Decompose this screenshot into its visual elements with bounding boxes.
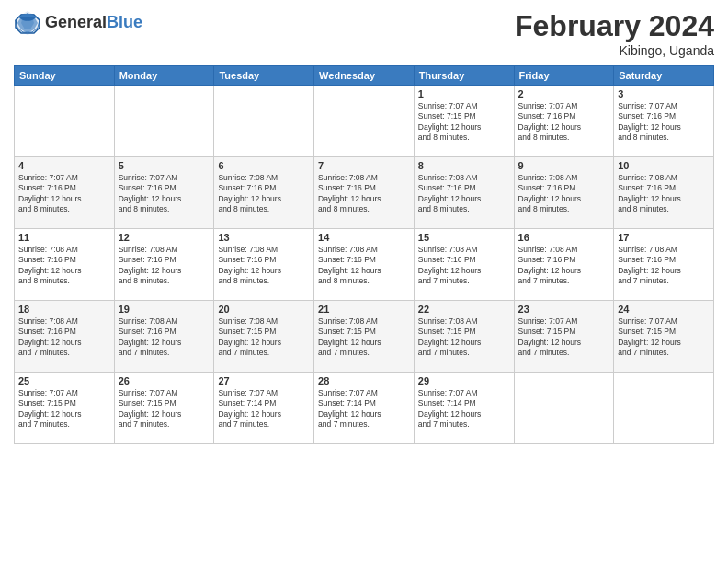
day-info: Sunrise: 7:08 AMSunset: 7:15 PMDaylight:…	[418, 316, 510, 359]
calendar-cell: 28Sunrise: 7:07 AMSunset: 7:14 PMDayligh…	[314, 373, 415, 444]
day-info: Sunrise: 7:08 AMSunset: 7:16 PMDaylight:…	[518, 173, 610, 215]
week-row-3: 11Sunrise: 7:08 AMSunset: 7:16 PMDayligh…	[15, 229, 714, 301]
calendar-cell	[15, 86, 115, 157]
calendar-cell: 20Sunrise: 7:08 AMSunset: 7:15 PMDayligh…	[214, 301, 314, 373]
col-wednesday: Wednesday	[314, 66, 415, 86]
col-sunday: Sunday	[15, 66, 115, 86]
day-info: Sunrise: 7:07 AMSunset: 7:14 PMDaylight:…	[418, 388, 510, 431]
calendar-cell	[114, 86, 214, 157]
day-info: Sunrise: 7:08 AMSunset: 7:16 PMDaylight:…	[119, 316, 210, 359]
day-info: Sunrise: 7:07 AMSunset: 7:15 PMDaylight:…	[418, 101, 510, 144]
calendar-cell: 10Sunrise: 7:08 AMSunset: 7:16 PMDayligh…	[614, 157, 714, 229]
col-tuesday: Tuesday	[214, 66, 314, 86]
day-info: Sunrise: 7:07 AMSunset: 7:16 PMDaylight:…	[518, 101, 610, 144]
calendar-cell: 11Sunrise: 7:08 AMSunset: 7:16 PMDayligh…	[15, 229, 115, 301]
logo-icon	[14, 9, 41, 37]
day-number: 21	[318, 304, 410, 315]
day-number: 13	[218, 232, 310, 243]
calendar-cell: 2Sunrise: 7:07 AMSunset: 7:16 PMDaylight…	[514, 86, 614, 157]
day-number: 12	[119, 232, 210, 243]
day-number: 23	[518, 304, 610, 315]
day-number: 16	[518, 232, 610, 243]
week-row-5: 25Sunrise: 7:07 AMSunset: 7:15 PMDayligh…	[15, 373, 714, 444]
day-info: Sunrise: 7:07 AMSunset: 7:14 PMDaylight:…	[218, 388, 310, 431]
calendar-cell	[514, 373, 614, 444]
calendar-cell: 12Sunrise: 7:08 AMSunset: 7:16 PMDayligh…	[114, 229, 214, 301]
day-info: Sunrise: 7:07 AMSunset: 7:14 PMDaylight:…	[318, 388, 410, 431]
day-info: Sunrise: 7:08 AMSunset: 7:16 PMDaylight:…	[418, 173, 510, 215]
calendar-cell: 19Sunrise: 7:08 AMSunset: 7:16 PMDayligh…	[114, 301, 214, 373]
day-info: Sunrise: 7:07 AMSunset: 7:16 PMDaylight:…	[119, 173, 210, 215]
day-info: Sunrise: 7:07 AMSunset: 7:15 PMDaylight:…	[618, 316, 710, 359]
calendar-cell: 5Sunrise: 7:07 AMSunset: 7:16 PMDaylight…	[114, 157, 214, 229]
month-title: February 2024	[515, 9, 714, 43]
calendar-cell: 23Sunrise: 7:07 AMSunset: 7:15 PMDayligh…	[514, 301, 614, 373]
day-number: 25	[18, 375, 110, 386]
title-block: February 2024 Kibingo, Uganda	[515, 9, 714, 58]
calendar-cell: 27Sunrise: 7:07 AMSunset: 7:14 PMDayligh…	[214, 373, 314, 444]
calendar-cell: 22Sunrise: 7:08 AMSunset: 7:15 PMDayligh…	[414, 301, 514, 373]
calendar-cell: 9Sunrise: 7:08 AMSunset: 7:16 PMDaylight…	[514, 157, 614, 229]
calendar-cell: 25Sunrise: 7:07 AMSunset: 7:15 PMDayligh…	[15, 373, 115, 444]
col-saturday: Saturday	[614, 66, 714, 86]
calendar-body: 1Sunrise: 7:07 AMSunset: 7:15 PMDaylight…	[15, 86, 714, 444]
day-info: Sunrise: 7:07 AMSunset: 7:16 PMDaylight:…	[618, 101, 710, 144]
day-info: Sunrise: 7:07 AMSunset: 7:15 PMDaylight:…	[119, 388, 210, 431]
calendar-cell: 21Sunrise: 7:08 AMSunset: 7:15 PMDayligh…	[314, 301, 415, 373]
calendar-cell: 13Sunrise: 7:08 AMSunset: 7:16 PMDayligh…	[214, 229, 314, 301]
day-number: 1	[418, 88, 510, 99]
col-friday: Friday	[514, 66, 614, 86]
page-header: GeneralBlue February 2024 Kibingo, Ugand…	[14, 9, 714, 58]
day-info: Sunrise: 7:07 AMSunset: 7:16 PMDaylight:…	[18, 173, 110, 215]
day-info: Sunrise: 7:08 AMSunset: 7:16 PMDaylight:…	[119, 245, 210, 287]
calendar-cell: 15Sunrise: 7:08 AMSunset: 7:16 PMDayligh…	[414, 229, 514, 301]
day-number: 17	[618, 232, 710, 243]
day-info: Sunrise: 7:08 AMSunset: 7:16 PMDaylight:…	[218, 173, 310, 215]
day-number: 18	[18, 304, 110, 315]
day-info: Sunrise: 7:08 AMSunset: 7:16 PMDaylight:…	[18, 245, 110, 287]
calendar-cell: 3Sunrise: 7:07 AMSunset: 7:16 PMDaylight…	[614, 86, 714, 157]
calendar-cell: 8Sunrise: 7:08 AMSunset: 7:16 PMDaylight…	[414, 157, 514, 229]
day-number: 6	[218, 160, 310, 171]
calendar-cell: 4Sunrise: 7:07 AMSunset: 7:16 PMDaylight…	[15, 157, 115, 229]
day-info: Sunrise: 7:08 AMSunset: 7:16 PMDaylight:…	[318, 173, 410, 215]
day-number: 15	[418, 232, 510, 243]
logo-text: GeneralBlue	[45, 14, 142, 32]
day-info: Sunrise: 7:08 AMSunset: 7:16 PMDaylight:…	[418, 245, 510, 287]
day-info: Sunrise: 7:07 AMSunset: 7:15 PMDaylight:…	[18, 388, 110, 431]
location: Kibingo, Uganda	[515, 43, 714, 58]
logo: GeneralBlue	[14, 9, 142, 37]
calendar-cell	[214, 86, 314, 157]
day-number: 20	[218, 304, 310, 315]
week-row-1: 1Sunrise: 7:07 AMSunset: 7:15 PMDaylight…	[15, 86, 714, 157]
day-number: 26	[119, 375, 210, 386]
calendar-cell: 17Sunrise: 7:08 AMSunset: 7:16 PMDayligh…	[614, 229, 714, 301]
header-row: Sunday Monday Tuesday Wednesday Thursday…	[15, 66, 714, 86]
day-number: 8	[418, 160, 510, 171]
calendar-cell: 29Sunrise: 7:07 AMSunset: 7:14 PMDayligh…	[414, 373, 514, 444]
calendar-cell: 6Sunrise: 7:08 AMSunset: 7:16 PMDaylight…	[214, 157, 314, 229]
day-info: Sunrise: 7:08 AMSunset: 7:16 PMDaylight:…	[518, 245, 610, 287]
day-info: Sunrise: 7:08 AMSunset: 7:16 PMDaylight:…	[18, 316, 110, 359]
day-number: 7	[318, 160, 410, 171]
calendar-cell: 1Sunrise: 7:07 AMSunset: 7:15 PMDaylight…	[414, 86, 514, 157]
day-number: 19	[119, 304, 210, 315]
calendar-cell: 24Sunrise: 7:07 AMSunset: 7:15 PMDayligh…	[614, 301, 714, 373]
calendar-cell: 16Sunrise: 7:08 AMSunset: 7:16 PMDayligh…	[514, 229, 614, 301]
col-thursday: Thursday	[414, 66, 514, 86]
calendar-header: Sunday Monday Tuesday Wednesday Thursday…	[15, 66, 714, 86]
col-monday: Monday	[114, 66, 214, 86]
week-row-4: 18Sunrise: 7:08 AMSunset: 7:16 PMDayligh…	[15, 301, 714, 373]
day-number: 22	[418, 304, 510, 315]
day-number: 11	[18, 232, 110, 243]
day-number: 28	[318, 375, 410, 386]
day-info: Sunrise: 7:08 AMSunset: 7:16 PMDaylight:…	[218, 245, 310, 287]
day-number: 10	[618, 160, 710, 171]
day-number: 14	[318, 232, 410, 243]
day-info: Sunrise: 7:07 AMSunset: 7:15 PMDaylight:…	[518, 316, 610, 359]
calendar-cell: 18Sunrise: 7:08 AMSunset: 7:16 PMDayligh…	[15, 301, 115, 373]
day-info: Sunrise: 7:08 AMSunset: 7:16 PMDaylight:…	[618, 245, 710, 287]
day-info: Sunrise: 7:08 AMSunset: 7:15 PMDaylight:…	[318, 316, 410, 359]
calendar-cell: 26Sunrise: 7:07 AMSunset: 7:15 PMDayligh…	[114, 373, 214, 444]
day-number: 5	[119, 160, 210, 171]
